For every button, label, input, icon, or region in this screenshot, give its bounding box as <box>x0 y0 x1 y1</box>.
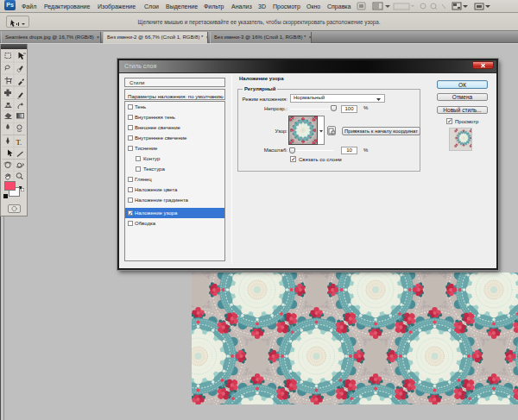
svg-text:T.: T. <box>16 138 22 147</box>
